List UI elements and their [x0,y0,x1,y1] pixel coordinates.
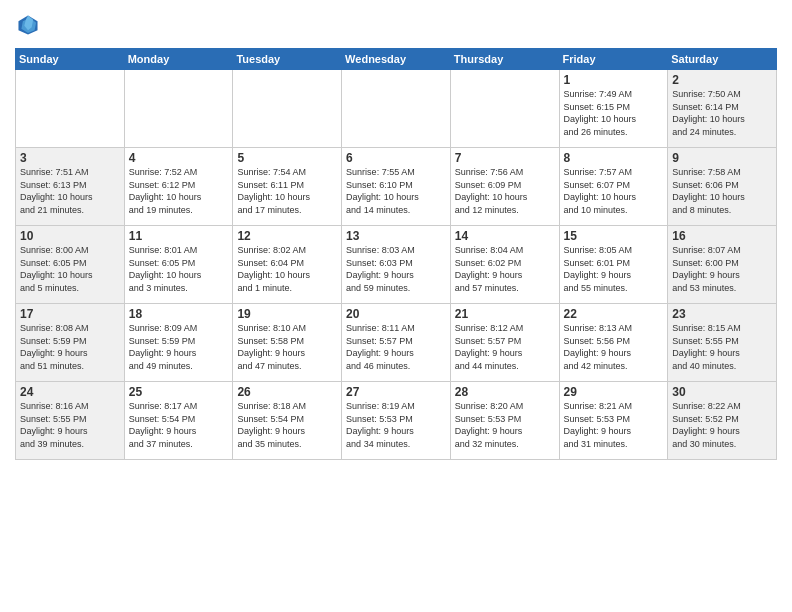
calendar-cell [233,70,342,148]
calendar-cell: 26Sunrise: 8:18 AM Sunset: 5:54 PM Dayli… [233,382,342,460]
calendar-cell: 2Sunrise: 7:50 AM Sunset: 6:14 PM Daylig… [668,70,777,148]
calendar-cell: 4Sunrise: 7:52 AM Sunset: 6:12 PM Daylig… [124,148,233,226]
day-info: Sunrise: 8:15 AM Sunset: 5:55 PM Dayligh… [672,322,772,372]
calendar-week-row: 17Sunrise: 8:08 AM Sunset: 5:59 PM Dayli… [16,304,777,382]
day-info: Sunrise: 8:04 AM Sunset: 6:02 PM Dayligh… [455,244,555,294]
calendar-cell [124,70,233,148]
calendar-cell: 14Sunrise: 8:04 AM Sunset: 6:02 PM Dayli… [450,226,559,304]
calendar-cell: 1Sunrise: 7:49 AM Sunset: 6:15 PM Daylig… [559,70,668,148]
day-number: 23 [672,307,772,321]
calendar-week-row: 10Sunrise: 8:00 AM Sunset: 6:05 PM Dayli… [16,226,777,304]
calendar-cell: 12Sunrise: 8:02 AM Sunset: 6:04 PM Dayli… [233,226,342,304]
calendar-cell: 22Sunrise: 8:13 AM Sunset: 5:56 PM Dayli… [559,304,668,382]
day-number: 4 [129,151,229,165]
calendar-cell: 30Sunrise: 8:22 AM Sunset: 5:52 PM Dayli… [668,382,777,460]
day-number: 8 [564,151,664,165]
calendar-cell: 28Sunrise: 8:20 AM Sunset: 5:53 PM Dayli… [450,382,559,460]
logo [15,14,43,40]
calendar-cell: 3Sunrise: 7:51 AM Sunset: 6:13 PM Daylig… [16,148,125,226]
day-info: Sunrise: 8:11 AM Sunset: 5:57 PM Dayligh… [346,322,446,372]
day-number: 9 [672,151,772,165]
calendar-cell: 8Sunrise: 7:57 AM Sunset: 6:07 PM Daylig… [559,148,668,226]
day-number: 13 [346,229,446,243]
calendar-cell: 25Sunrise: 8:17 AM Sunset: 5:54 PM Dayli… [124,382,233,460]
day-info: Sunrise: 8:08 AM Sunset: 5:59 PM Dayligh… [20,322,120,372]
day-header-wednesday: Wednesday [342,49,451,70]
day-number: 20 [346,307,446,321]
day-info: Sunrise: 7:52 AM Sunset: 6:12 PM Dayligh… [129,166,229,216]
calendar-week-row: 3Sunrise: 7:51 AM Sunset: 6:13 PM Daylig… [16,148,777,226]
calendar-cell: 29Sunrise: 8:21 AM Sunset: 5:53 PM Dayli… [559,382,668,460]
calendar-cell: 15Sunrise: 8:05 AM Sunset: 6:01 PM Dayli… [559,226,668,304]
calendar-cell: 5Sunrise: 7:54 AM Sunset: 6:11 PM Daylig… [233,148,342,226]
day-info: Sunrise: 8:05 AM Sunset: 6:01 PM Dayligh… [564,244,664,294]
calendar-cell [450,70,559,148]
calendar-header-row: SundayMondayTuesdayWednesdayThursdayFrid… [16,49,777,70]
logo-icon [17,14,39,36]
day-info: Sunrise: 8:02 AM Sunset: 6:04 PM Dayligh… [237,244,337,294]
day-info: Sunrise: 8:10 AM Sunset: 5:58 PM Dayligh… [237,322,337,372]
day-info: Sunrise: 7:50 AM Sunset: 6:14 PM Dayligh… [672,88,772,138]
day-info: Sunrise: 7:54 AM Sunset: 6:11 PM Dayligh… [237,166,337,216]
day-number: 19 [237,307,337,321]
day-info: Sunrise: 7:56 AM Sunset: 6:09 PM Dayligh… [455,166,555,216]
day-number: 14 [455,229,555,243]
day-number: 28 [455,385,555,399]
day-info: Sunrise: 8:20 AM Sunset: 5:53 PM Dayligh… [455,400,555,450]
day-info: Sunrise: 7:58 AM Sunset: 6:06 PM Dayligh… [672,166,772,216]
day-number: 11 [129,229,229,243]
header [15,10,777,40]
day-info: Sunrise: 8:12 AM Sunset: 5:57 PM Dayligh… [455,322,555,372]
day-info: Sunrise: 8:07 AM Sunset: 6:00 PM Dayligh… [672,244,772,294]
day-info: Sunrise: 8:01 AM Sunset: 6:05 PM Dayligh… [129,244,229,294]
day-info: Sunrise: 8:19 AM Sunset: 5:53 PM Dayligh… [346,400,446,450]
day-header-saturday: Saturday [668,49,777,70]
day-number: 15 [564,229,664,243]
day-info: Sunrise: 8:13 AM Sunset: 5:56 PM Dayligh… [564,322,664,372]
day-number: 22 [564,307,664,321]
day-number: 25 [129,385,229,399]
page-container: SundayMondayTuesdayWednesdayThursdayFrid… [0,0,792,465]
day-number: 24 [20,385,120,399]
day-number: 18 [129,307,229,321]
calendar-cell: 17Sunrise: 8:08 AM Sunset: 5:59 PM Dayli… [16,304,125,382]
calendar-cell: 19Sunrise: 8:10 AM Sunset: 5:58 PM Dayli… [233,304,342,382]
calendar-cell: 11Sunrise: 8:01 AM Sunset: 6:05 PM Dayli… [124,226,233,304]
calendar-cell: 9Sunrise: 7:58 AM Sunset: 6:06 PM Daylig… [668,148,777,226]
day-info: Sunrise: 8:09 AM Sunset: 5:59 PM Dayligh… [129,322,229,372]
day-number: 30 [672,385,772,399]
day-number: 21 [455,307,555,321]
day-number: 29 [564,385,664,399]
day-number: 6 [346,151,446,165]
day-info: Sunrise: 7:49 AM Sunset: 6:15 PM Dayligh… [564,88,664,138]
calendar-cell: 23Sunrise: 8:15 AM Sunset: 5:55 PM Dayli… [668,304,777,382]
day-header-tuesday: Tuesday [233,49,342,70]
calendar-cell: 6Sunrise: 7:55 AM Sunset: 6:10 PM Daylig… [342,148,451,226]
day-header-monday: Monday [124,49,233,70]
day-info: Sunrise: 8:17 AM Sunset: 5:54 PM Dayligh… [129,400,229,450]
day-info: Sunrise: 8:16 AM Sunset: 5:55 PM Dayligh… [20,400,120,450]
day-number: 2 [672,73,772,87]
day-number: 26 [237,385,337,399]
calendar-cell: 7Sunrise: 7:56 AM Sunset: 6:09 PM Daylig… [450,148,559,226]
day-number: 3 [20,151,120,165]
calendar-cell: 24Sunrise: 8:16 AM Sunset: 5:55 PM Dayli… [16,382,125,460]
calendar-cell: 16Sunrise: 8:07 AM Sunset: 6:00 PM Dayli… [668,226,777,304]
day-header-thursday: Thursday [450,49,559,70]
day-number: 16 [672,229,772,243]
day-number: 27 [346,385,446,399]
day-info: Sunrise: 8:22 AM Sunset: 5:52 PM Dayligh… [672,400,772,450]
day-number: 5 [237,151,337,165]
day-number: 17 [20,307,120,321]
calendar-cell: 18Sunrise: 8:09 AM Sunset: 5:59 PM Dayli… [124,304,233,382]
day-number: 7 [455,151,555,165]
day-info: Sunrise: 7:55 AM Sunset: 6:10 PM Dayligh… [346,166,446,216]
day-number: 12 [237,229,337,243]
day-header-friday: Friday [559,49,668,70]
calendar-cell [342,70,451,148]
calendar-cell: 21Sunrise: 8:12 AM Sunset: 5:57 PM Dayli… [450,304,559,382]
calendar-table: SundayMondayTuesdayWednesdayThursdayFrid… [15,48,777,460]
day-info: Sunrise: 7:57 AM Sunset: 6:07 PM Dayligh… [564,166,664,216]
day-number: 10 [20,229,120,243]
calendar-week-row: 1Sunrise: 7:49 AM Sunset: 6:15 PM Daylig… [16,70,777,148]
